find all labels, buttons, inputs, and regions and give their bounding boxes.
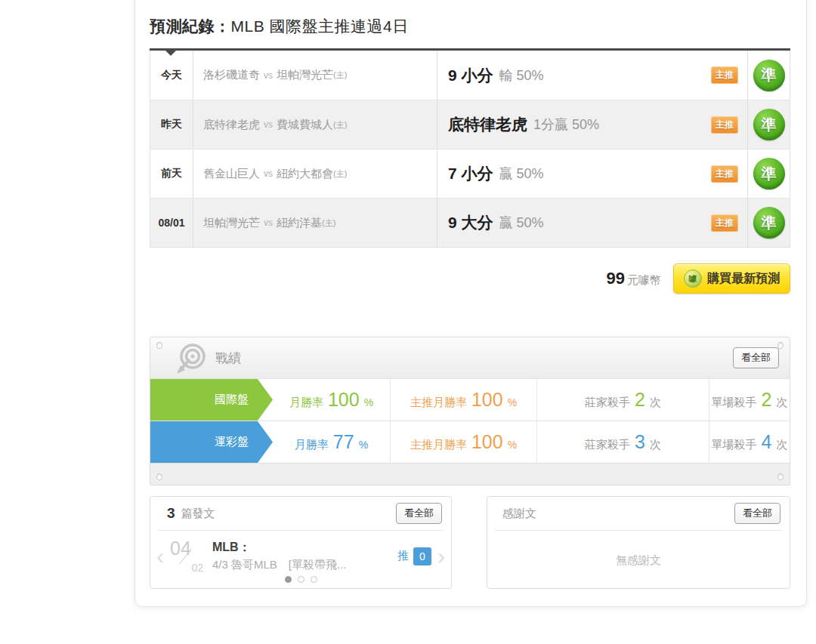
post-date: 04 02	[168, 541, 205, 572]
row-pick: 底特律老虎 1分贏 50% 主推	[437, 100, 748, 149]
percent-sign: %	[508, 396, 517, 408]
record-title: 戰績	[215, 350, 241, 367]
push-count-badge: 0	[413, 547, 431, 565]
record-header: 戰績 看全部	[150, 337, 790, 378]
single-killer-value: 2	[762, 389, 772, 411]
posts-label: 篇發文	[181, 507, 215, 521]
buy-latest-prediction-button[interactable]: 噱 購買最新預測	[673, 263, 790, 294]
row-pick: 9 小分 輸 50% 主推	[437, 51, 748, 100]
carousel-next-icon[interactable]: ›	[437, 545, 445, 568]
stat-row-international: 國際盤 月勝率 100 % 主推月勝率 100 % 莊家殺手 2 次	[150, 378, 790, 421]
post-carousel-item[interactable]: ‹ 04 02 MLB： 4/3 魯哥MLB [單殺帶飛... 推 0 ›	[150, 531, 451, 572]
pick-main: 9 大分	[448, 212, 493, 233]
post-subtitle: 4/3 魯哥MLB [單殺帶飛...	[212, 558, 391, 572]
team-home: 紐約大都會	[277, 167, 333, 181]
main-win-value: 100	[471, 389, 503, 411]
pick-result: 贏 50%	[499, 165, 544, 183]
stat-cell-banker-killer: 莊家殺手 2 次	[537, 379, 709, 421]
screw-icon	[156, 342, 162, 349]
thanks-view-all-button[interactable]: 看全部	[734, 503, 780, 524]
screw-icon	[777, 342, 784, 349]
row-verdict: 準	[748, 51, 790, 100]
home-mark: (主)	[322, 217, 335, 229]
row-date: 08/01	[150, 199, 193, 247]
table-top-bar	[150, 48, 790, 51]
row-date: 前天	[150, 149, 193, 198]
row-verdict: 準	[748, 100, 790, 149]
post-date-day: 04	[170, 538, 191, 559]
team-home: 費城費城人	[277, 118, 333, 132]
team-away: 坦帕灣光芒	[203, 216, 260, 230]
banker-killer-value: 2	[635, 389, 645, 411]
price-unit: 元噱幣	[627, 273, 661, 286]
percent-sign: %	[364, 396, 373, 408]
banker-killer-value: 3	[635, 431, 645, 453]
team-away: 舊金山巨人	[203, 167, 260, 181]
screw-icon	[156, 473, 162, 480]
home-mark: (主)	[333, 168, 347, 180]
screw-icon	[777, 473, 784, 480]
row-pick: 7 小分 贏 50% 主推	[437, 149, 748, 198]
percent-sign: %	[508, 439, 517, 451]
stat-row-sports-lottery: 運彩盤 月勝率 77 % 主推月勝率 100 % 莊家殺手 3 次	[150, 421, 790, 463]
stat-cell-main-win: 主推月勝率 100 %	[391, 421, 537, 463]
profile-card: 預測紀錄：MLB 國際盤主推連過4日 今天 洛杉磯道奇 vs 坦帕灣光芒 (主)…	[134, 0, 807, 607]
main-pick-badge: 主推	[711, 66, 738, 84]
times-label: 次	[650, 396, 661, 410]
banker-killer-label: 莊家殺手	[585, 396, 630, 410]
vs-label: vs	[264, 70, 273, 81]
row-verdict: 準	[748, 149, 790, 198]
month-win-value: 100	[328, 389, 360, 411]
month-win-value: 77	[333, 431, 354, 453]
pick-main: 底特律老虎	[448, 114, 527, 135]
carousel-prev-icon[interactable]: ‹	[156, 545, 164, 568]
page-title-main: MLB 國際盤主推連過4日	[231, 17, 409, 35]
record-view-all-button[interactable]: 看全部	[733, 347, 779, 368]
coin-icon: 噱	[684, 270, 702, 288]
row-date: 今天	[150, 51, 193, 100]
stat-cell-main-win: 主推月勝率 100 %	[391, 379, 537, 421]
stat-cell-month-win: 運彩盤 月勝率 77 %	[150, 421, 391, 463]
carousel-dot[interactable]	[311, 576, 317, 583]
prediction-row: 今天 洛杉磯道奇 vs 坦帕灣光芒 (主) 9 小分 輸 50% 主推 準	[150, 51, 790, 100]
page-title: 預測紀錄：MLB 國際盤主推連過4日	[150, 16, 790, 37]
posts-view-all-button[interactable]: 看全部	[396, 503, 442, 524]
pick-result: 1分贏 50%	[533, 116, 599, 134]
main-win-label: 主推月勝率	[410, 438, 467, 452]
vs-label: vs	[264, 217, 273, 228]
price-text: 99元噱幣	[607, 269, 661, 288]
posts-count: 3	[167, 505, 175, 522]
home-mark: (主)	[333, 119, 347, 131]
pick-result: 輸 50%	[499, 66, 544, 85]
team-home: 紐約洋基	[277, 216, 322, 230]
post-text: MLB： 4/3 魯哥MLB [單殺帶飛...	[209, 540, 391, 572]
carousel-dot[interactable]	[298, 576, 304, 583]
thanks-header: 感謝文 看全部	[487, 497, 790, 530]
times-label: 次	[650, 438, 661, 452]
main-pick-badge: 主推	[711, 214, 738, 232]
main-win-value: 100	[471, 431, 503, 453]
single-killer-value: 4	[762, 431, 772, 453]
accurate-badge-icon: 準	[753, 60, 785, 91]
banker-killer-label: 莊家殺手	[585, 438, 630, 452]
accurate-badge-icon: 準	[753, 207, 785, 239]
prediction-table: 今天 洛杉磯道奇 vs 坦帕灣光芒 (主) 9 小分 輸 50% 主推 準 昨天…	[150, 48, 790, 248]
row-matchup: 底特律老虎 vs 費城費城人 (主)	[193, 100, 437, 149]
stat-cell-single-killer: 單場殺手 4 次	[709, 421, 790, 463]
post-date-month: 02	[191, 562, 203, 574]
vs-label: vs	[264, 168, 273, 179]
main-pick-badge: 主推	[711, 116, 738, 134]
team-away: 洛杉磯道奇	[203, 68, 260, 82]
pointer-triangle-icon	[165, 51, 176, 56]
month-win-label: 月勝率	[295, 438, 329, 452]
row-matchup: 坦帕灣光芒 vs 紐約洋基 (主)	[193, 199, 437, 247]
target-dart-icon	[175, 341, 208, 374]
thanks-title: 感謝文	[502, 507, 536, 521]
percent-sign: %	[359, 439, 368, 451]
accurate-badge-icon: 準	[753, 109, 785, 140]
times-label: 次	[776, 438, 787, 452]
single-killer-label: 單場殺手	[712, 396, 757, 410]
carousel-dot[interactable]	[285, 576, 292, 583]
market-label-arrow: 國際盤	[150, 379, 273, 421]
thanks-panel: 感謝文 看全部 無感謝文	[487, 496, 790, 589]
